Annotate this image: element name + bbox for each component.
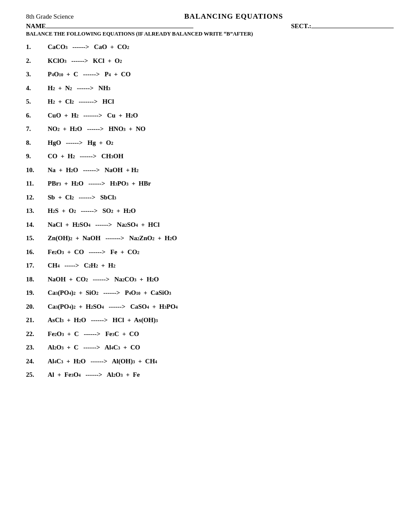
name-line	[46, 28, 193, 28]
eq-num-8: 8.	[26, 137, 48, 149]
eq-num-20: 20.	[26, 301, 48, 313]
eq-num-4: 4.	[26, 83, 48, 94]
eq-num-25: 25.	[26, 369, 48, 381]
eq-body-11: PBr3 + H2O ------> H3PO3 + HBr	[48, 178, 151, 189]
equation-5: 5. H2 + Cl2 -------> HCl	[26, 96, 394, 108]
equation-12: 12. Sb + Cl2 ------> SbCl3	[26, 192, 394, 203]
equation-23: 23. Al2O3 + C ------> Al4C3 + CO	[26, 342, 394, 353]
page-title: BALANCING EQUATIONS	[184, 12, 283, 21]
eq-body-14: NaCl + H2SO4 ------> Na2SO4 + HCl	[48, 219, 160, 231]
eq-body-12: Sb + Cl2 ------> SbCl3	[48, 192, 116, 203]
eq-body-5: H2 + Cl2 -------> HCl	[48, 96, 114, 108]
equation-17: 17. CH4 -----> C2H2 + H2	[26, 260, 394, 271]
name-label: NAME	[26, 23, 46, 29]
eq-body-7: NO2 + H2O ------> HNO3 + NO	[48, 124, 146, 135]
eq-num-13: 13.	[26, 206, 48, 217]
equation-16: 16. Fe2O3 + CO ------> Fe + CO2	[26, 247, 394, 258]
eq-num-2: 2.	[26, 55, 48, 67]
sect-label: SECT.:	[291, 23, 311, 29]
eq-body-24: Al4C3 + H2O ------> Al(OH)3 + CH4	[48, 356, 157, 367]
equation-1: 1. CaCO3 ------> CaO + CO2	[26, 42, 394, 53]
eq-body-8: HgO ------> Hg + O2	[48, 137, 113, 149]
eq-body-15: Zn(OH)2 + NaOH -------> Na2ZnO2 + H2O	[48, 233, 177, 244]
eq-num-3: 3.	[26, 69, 48, 80]
eq-body-16: Fe2O3 + CO ------> Fe + CO2	[48, 247, 139, 258]
equation-9: 9. CO + H2 ------> CH3OH	[26, 151, 394, 162]
equation-18: 18. NaOH + CO2 ------> Na2CO3 + H2O	[26, 274, 394, 285]
eq-body-23: Al2O3 + C ------> Al4C3 + CO	[48, 342, 140, 353]
eq-body-20: Ca3(PO4)2 + H2SO4 ------> CaSO4 + H3PO4	[48, 301, 178, 313]
eq-num-17: 17.	[26, 260, 48, 271]
eq-body-2: KClO3 ------> KCl + O2	[48, 55, 122, 67]
equation-13: 13. H2S + O2 ------> SO2 + H2O	[26, 206, 394, 217]
sect-field: SECT.:	[291, 23, 394, 30]
equation-21: 21. AsCl3 + H2O ------> HCl + As(OH)3	[26, 315, 394, 326]
header: 8th Grade Science BALANCING EQUATIONS	[26, 12, 394, 21]
subject-label: 8th Grade Science	[26, 13, 74, 20]
eq-body-21: AsCl3 + H2O ------> HCl + As(OH)3	[48, 315, 158, 326]
equation-7: 7. NO2 + H2O ------> HNO3 + NO	[26, 124, 394, 135]
equation-22: 22. Fe2O3 + C ------> Fe3C + CO	[26, 329, 394, 340]
equation-6: 6. CuO + H2 -------> Cu + H2O	[26, 110, 394, 121]
eq-num-19: 19.	[26, 287, 48, 299]
eq-body-22: Fe2O3 + C ------> Fe3C + CO	[48, 329, 139, 340]
eq-body-13: H2S + O2 ------> SO2 + H2O	[48, 206, 136, 217]
eq-body-4: H2 + N2 ------> NH3	[48, 83, 111, 94]
name-sect-row: NAME SECT.:	[26, 23, 394, 30]
eq-body-10: Na + H2O ------> NaOH + H2	[48, 165, 138, 176]
equation-15: 15. Zn(OH)2 + NaOH -------> Na2ZnO2 + H2…	[26, 233, 394, 244]
eq-num-24: 24.	[26, 356, 48, 367]
eq-num-1: 1.	[26, 42, 48, 53]
eq-num-14: 14.	[26, 219, 48, 231]
eq-num-22: 22.	[26, 329, 48, 340]
equation-8: 8. HgO ------> Hg + O2	[26, 137, 394, 149]
eq-num-18: 18.	[26, 274, 48, 285]
equation-3: 3. P4O10 + C ------> P4 + CO	[26, 69, 394, 80]
instruction-text: BALANCE THE FOLLOWING EQUATIONS (IF ALRE…	[26, 31, 394, 37]
equation-24: 24. Al4C3 + H2O ------> Al(OH)3 + CH4	[26, 356, 394, 367]
eq-num-5: 5.	[26, 96, 48, 108]
eq-num-15: 15.	[26, 233, 48, 244]
equation-10: 10. Na + H2O ------> NaOH + H2	[26, 165, 394, 176]
equation-20: 20. Ca3(PO4)2 + H2SO4 ------> CaSO4 + H3…	[26, 301, 394, 313]
equation-4: 4. H2 + N2 ------> NH3	[26, 83, 394, 94]
eq-num-16: 16.	[26, 247, 48, 258]
eq-body-6: CuO + H2 -------> Cu + H2O	[48, 110, 138, 121]
equation-2: 2. KClO3 ------> KCl + O2	[26, 55, 394, 67]
eq-num-7: 7.	[26, 124, 48, 135]
equation-19: 19. Ca3(PO4)2 + SiO2 ------> P4O10 + CaS…	[26, 287, 394, 299]
sect-line	[311, 28, 394, 28]
equation-14: 14. NaCl + H2SO4 ------> Na2SO4 + HCl	[26, 219, 394, 231]
eq-body-25: Al + Fe3O4 ------> Al2O3 + Fe	[48, 369, 140, 381]
equation-11: 11. PBr3 + H2O ------> H3PO3 + HBr	[26, 178, 394, 189]
eq-num-6: 6.	[26, 110, 48, 121]
eq-body-9: CO + H2 ------> CH3OH	[48, 151, 124, 162]
eq-body-18: NaOH + CO2 ------> Na2CO3 + H2O	[48, 274, 159, 285]
name-field: NAME	[26, 23, 193, 30]
eq-body-17: CH4 -----> C2H2 + H2	[48, 260, 115, 271]
eq-num-21: 21.	[26, 315, 48, 326]
eq-num-12: 12.	[26, 192, 48, 203]
eq-body-19: Ca3(PO4)2 + SiO2 ------> P4O10 + CaSiO3	[48, 287, 171, 299]
eq-num-23: 23.	[26, 342, 48, 353]
eq-num-10: 10.	[26, 165, 48, 176]
equation-25: 25. Al + Fe3O4 ------> Al2O3 + Fe	[26, 369, 394, 381]
eq-body-3: P4O10 + C ------> P4 + CO	[48, 69, 130, 80]
eq-num-11: 11.	[26, 178, 48, 189]
eq-body-1: CaCO3 ------> CaO + CO2	[48, 42, 129, 53]
eq-num-9: 9.	[26, 151, 48, 162]
